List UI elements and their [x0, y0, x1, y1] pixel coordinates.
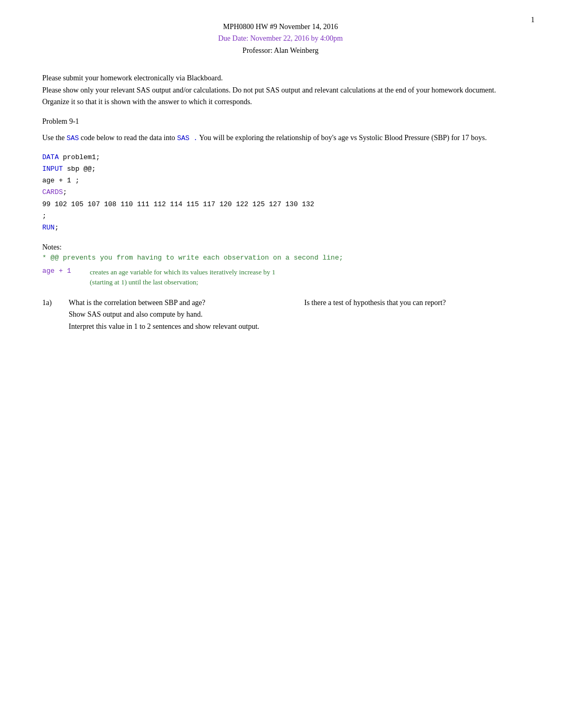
header-professor: Professor: Alan Weinberg [42, 45, 519, 57]
note2-code: age + 1 [42, 267, 79, 275]
intro-line1: Please submit your homework electronical… [42, 72, 519, 84]
code-line4-rest: ; [63, 188, 67, 196]
keyword-input: INPUT [42, 165, 63, 173]
problem-desc-part3: You will be exploring the relationship o… [198, 134, 487, 142]
code-line-data-values: 99 102 105 107 108 110 111 112 114 115 1… [42, 199, 519, 210]
intro-line2: Please show only your relevant SAS outpu… [42, 85, 519, 108]
question-1a-line2: Show SAS output and also compute by hand… [69, 309, 519, 320]
question-1a-left: What is the correlation between SBP and … [69, 297, 283, 309]
code-line-cards: CARDS; [42, 187, 519, 198]
header-due-date: Due Date: November 22, 2016 by 4:00pm [42, 33, 519, 44]
header-title: MPH0800 HW #9 November 14, 2016 [42, 21, 519, 33]
question-1a-line3: Interpret this value in 1 to 2 sentences… [69, 321, 519, 333]
header: MPH0800 HW #9 November 14, 2016 Due Date… [42, 21, 519, 57]
code-line-input: INPUT sbp @@; [42, 163, 519, 175]
note2-item: age + 1 creates an age variable for whic… [42, 267, 519, 288]
keyword-cards: CARDS [42, 188, 63, 196]
question-1a-block: 1a) What is the correlation between SBP … [42, 297, 519, 333]
question-1a-row1: What is the correlation between SBP and … [69, 297, 519, 309]
code-line-run: RUN; [42, 222, 519, 234]
code-line-age: age + 1 ; [42, 175, 519, 187]
problem-label: Problem 9-1 [42, 117, 519, 126]
problem-desc-part1: Use the [42, 134, 67, 142]
note2-desc-line1: creates an age variable for which its va… [90, 267, 275, 278]
code-line-semicolon: ; [42, 210, 519, 222]
problem-description: Use the SAS code below to read the data … [42, 132, 519, 144]
code-line7-rest: ; [54, 224, 59, 232]
code-block: DATA problem1; INPUT sbp @@; age + 1 ; C… [42, 152, 519, 234]
question-1a-label: 1a) [42, 297, 69, 309]
note1-text: * @@ prevents you from having to write e… [42, 254, 519, 262]
notes-label: Notes: [42, 243, 519, 252]
keyword-run: RUN [42, 224, 54, 232]
page-number: 1 [531, 16, 535, 24]
note2-desc-line2: (starting at 1) until the last observati… [90, 277, 275, 288]
keyword-data: DATA [42, 153, 59, 161]
problem-desc-part2: code below to read the data into [79, 134, 177, 142]
sas-keyword-inline1: SAS [67, 134, 79, 142]
code-line1-rest: problem1; [59, 153, 100, 161]
code-line-data: DATA problem1; [42, 152, 519, 163]
question-1a-content: What is the correlation between SBP and … [69, 297, 519, 333]
intro-text: Please submit your homework electronical… [42, 72, 519, 108]
question-1a-right: Is there a test of hypothesis that you c… [283, 297, 519, 309]
sas-keyword-inline2: SAS . [177, 134, 198, 142]
notes-section: Notes: * @@ prevents you from having to … [42, 243, 519, 288]
code-line2-rest: sbp @@; [63, 165, 96, 173]
note2-description: creates an age variable for which its va… [90, 267, 275, 288]
